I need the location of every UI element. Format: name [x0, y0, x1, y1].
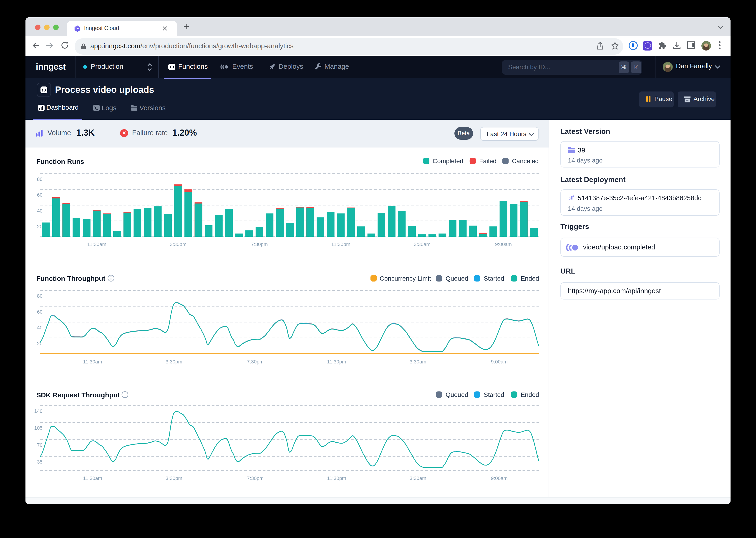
svg-text:3:30am: 3:30am — [410, 475, 426, 481]
svg-text:9:00am: 9:00am — [491, 475, 508, 481]
svg-text:11:30am: 11:30am — [83, 359, 102, 365]
svg-text:40: 40 — [37, 208, 42, 214]
svg-text:9:00am: 9:00am — [495, 242, 512, 247]
svg-text:3:30pm: 3:30pm — [170, 242, 186, 247]
svg-text:3:30am: 3:30am — [414, 242, 430, 247]
svg-text:40: 40 — [37, 325, 42, 330]
svg-text:Started: Started — [484, 391, 504, 398]
svg-text:11:30am: 11:30am — [83, 475, 102, 481]
svg-text:20: 20 — [37, 224, 42, 229]
svg-text:35: 35 — [37, 459, 42, 465]
svg-text:80: 80 — [37, 293, 42, 299]
svg-text:60: 60 — [37, 192, 42, 198]
svg-text:Canceled: Canceled — [512, 157, 539, 165]
svg-text:11:30pm: 11:30pm — [327, 359, 346, 365]
svg-text:20: 20 — [37, 341, 42, 347]
svg-text:60: 60 — [37, 309, 42, 315]
svg-text:11:30am: 11:30am — [87, 242, 107, 247]
svg-text:9:00am: 9:00am — [491, 359, 508, 365]
svg-text:Concurrency Limit: Concurrency Limit — [380, 275, 431, 282]
svg-text:140: 140 — [34, 408, 42, 414]
svg-text:Function Throughput: Function Throughput — [36, 275, 105, 282]
svg-text:Function Runs: Function Runs — [36, 158, 84, 165]
svg-text:3:30pm: 3:30pm — [165, 475, 182, 481]
svg-text:105: 105 — [34, 425, 42, 431]
svg-text:11:30pm: 11:30pm — [331, 242, 350, 247]
svg-text:Queued: Queued — [446, 391, 468, 398]
svg-text:Queued: Queued — [446, 275, 468, 282]
svg-text:Ended: Ended — [521, 391, 539, 398]
svg-text:7:30pm: 7:30pm — [247, 475, 263, 481]
svg-text:11:30pm: 11:30pm — [327, 475, 346, 481]
svg-text:80: 80 — [37, 176, 42, 182]
svg-text:SDK Request Throughput: SDK Request Throughput — [36, 391, 120, 399]
svg-text:7:30pm: 7:30pm — [247, 359, 263, 365]
svg-text:3:30am: 3:30am — [410, 359, 426, 365]
svg-text:7:30pm: 7:30pm — [251, 242, 268, 247]
svg-text:70: 70 — [37, 442, 42, 448]
svg-text:Started: Started — [484, 275, 504, 282]
svg-text:Completed: Completed — [433, 157, 463, 165]
svg-text:Ended: Ended — [521, 275, 539, 282]
svg-text:3:30pm: 3:30pm — [165, 359, 182, 365]
svg-text:Failed: Failed — [479, 157, 496, 165]
